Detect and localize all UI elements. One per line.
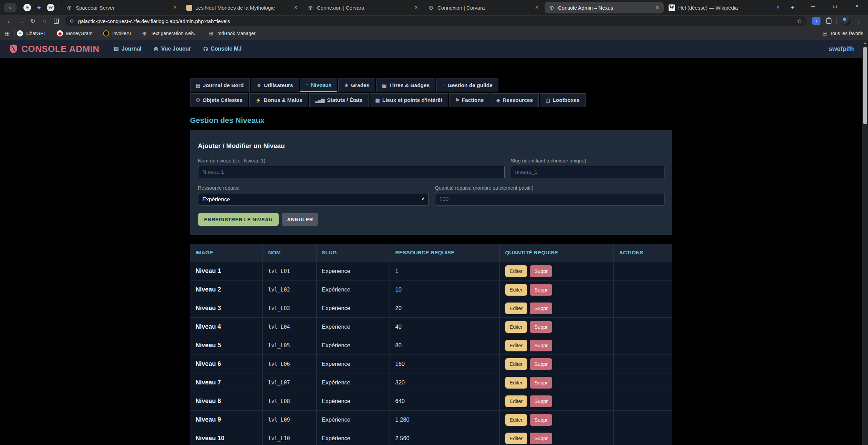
close-icon[interactable]: × xyxy=(172,4,178,11)
edit-button[interactable]: Editer xyxy=(505,358,527,370)
side-panel-icon[interactable] xyxy=(50,16,62,26)
bookmark-item[interactable]: ⊕ mdBook Manager xyxy=(208,30,256,36)
level-slug-cell: lvl_L07 xyxy=(262,373,316,392)
close-icon[interactable]: × xyxy=(293,4,299,11)
edit-button[interactable]: Editer xyxy=(505,284,527,296)
edit-button[interactable]: Editer xyxy=(505,303,527,314)
minimize-button[interactable]: ─ xyxy=(802,0,824,12)
browser-tab[interactable]: W Hel (déesse) — Wikipédia × xyxy=(665,2,784,13)
browser-menu-icon[interactable]: ⋮ xyxy=(853,18,865,25)
actions-empty-cell xyxy=(613,411,672,429)
new-tab-button[interactable]: + xyxy=(787,2,798,13)
cancel-button[interactable]: ANNULER xyxy=(282,213,318,226)
bookmark-item[interactable]: InvokeAI xyxy=(103,30,131,36)
actions-empty-cell xyxy=(613,299,672,317)
slug-input[interactable] xyxy=(511,166,664,178)
delete-button[interactable]: Suppr xyxy=(530,340,552,351)
browser-tab[interactable]: ⊕ Connexion | Corvara × xyxy=(303,2,423,13)
edit-button[interactable]: Editer xyxy=(505,395,527,407)
browser-tab[interactable]: ⊕ Console Admin – Nexus × xyxy=(545,2,664,13)
address-bar[interactable]: ⚙ galactic-pve-conquest-c7fe.dev.flatlog… xyxy=(65,16,807,26)
admin-tab[interactable]: ☻ Utilisateurs xyxy=(251,78,299,92)
admin-tab[interactable]: ◫ Lootboxes xyxy=(540,93,586,107)
edit-button[interactable]: Editer xyxy=(505,340,527,351)
edit-button[interactable]: Editer xyxy=(505,321,527,333)
actions-empty-cell xyxy=(613,373,672,392)
reload-icon[interactable]: ↻ xyxy=(27,16,39,26)
home-icon[interactable]: ⌂ xyxy=(39,16,50,26)
close-icon[interactable]: × xyxy=(534,4,540,11)
close-icon[interactable]: × xyxy=(654,4,660,11)
admin-tab[interactable]: ☉ Objets Célestes xyxy=(190,93,249,107)
delete-button[interactable]: Suppr xyxy=(530,303,552,314)
pinned-tab[interactable]: ✳ xyxy=(21,2,33,13)
extensions-puzzle-icon[interactable] xyxy=(826,18,831,24)
globe-icon: ⊕ xyxy=(427,4,434,11)
tab-search-button[interactable]: ∨ xyxy=(4,3,17,12)
quantity-input[interactable] xyxy=(435,193,664,205)
bookmark-item[interactable]: ✳ ChatGPT xyxy=(17,30,46,36)
admin-tab[interactable]: ▂▄▆ Statuts / États xyxy=(309,93,369,107)
close-icon[interactable]: × xyxy=(775,4,781,11)
bookmark-item[interactable]: ⊕ Text generation web... xyxy=(141,30,198,36)
delete-button[interactable]: Suppr xyxy=(530,433,552,444)
edit-button[interactable]: Editer xyxy=(505,377,527,389)
bookmark-item[interactable]: ◉ MoneyGram xyxy=(57,30,93,36)
site-settings-icon[interactable]: ⚙ xyxy=(70,18,74,24)
url-text[interactable]: galactic-pve-conquest-c7fe.dev.flatlogic… xyxy=(78,18,797,24)
admin-nav-link[interactable]: ☊ Console MJ xyxy=(203,46,241,52)
level-name-input[interactable] xyxy=(198,166,505,178)
admin-tab[interactable]: ⚡ Bonus & Malus xyxy=(249,93,308,107)
delete-button[interactable]: Suppr xyxy=(530,321,552,333)
admin-tab[interactable]: ≡ Niveaux xyxy=(300,78,338,92)
admin-tab[interactable]: ⚑ Factions xyxy=(449,93,489,107)
globe-icon: ⊕ xyxy=(208,30,214,36)
close-window-button[interactable]: × xyxy=(846,0,868,12)
profile-avatar[interactable] xyxy=(841,17,850,25)
brand[interactable]: CONSOLE ADMIN xyxy=(9,44,100,54)
pinned-tab[interactable]: ✦ xyxy=(33,2,45,13)
scroll-up-icon[interactable]: ▲ xyxy=(862,40,868,45)
admin-tab[interactable]: ▣ Titres & Badges xyxy=(376,78,435,92)
forward-icon[interactable]: → xyxy=(15,16,27,26)
delete-button[interactable]: Suppr xyxy=(530,358,552,370)
delete-button[interactable]: Suppr xyxy=(530,284,552,296)
scrollbar[interactable]: ▲ xyxy=(862,40,868,445)
edit-button[interactable]: Editer xyxy=(505,265,527,277)
username[interactable]: swefpifh xyxy=(829,45,854,53)
delete-button[interactable]: Suppr xyxy=(530,265,552,277)
browser-tab[interactable]: ⊕ Connexion | Corvara × xyxy=(424,2,543,13)
admin-tab-label: Journal de Bord xyxy=(203,82,244,88)
level-resource-cell: Expérience xyxy=(316,411,390,429)
resource-select[interactable]: Expérience xyxy=(198,193,429,205)
folder-icon: ⊟ xyxy=(822,30,827,37)
headset-icon: ☊ xyxy=(203,46,208,52)
delete-button[interactable]: Suppr xyxy=(530,414,552,426)
admin-tab[interactable]: ⌂ Gestion de guilde xyxy=(436,78,498,92)
maximize-button[interactable]: □ xyxy=(824,0,846,12)
back-icon[interactable]: ← xyxy=(3,16,15,26)
browser-tab[interactable]: ⊕ Spacebar Server × xyxy=(62,2,182,13)
admin-tab[interactable]: ▤ Journal de Bord xyxy=(190,78,250,92)
bookmark-star-icon[interactable]: ☆ xyxy=(797,18,802,25)
all-bookmarks-button[interactable]: ⊟ Tous les favoris xyxy=(815,30,863,37)
admin-tab[interactable]: ⚜ Grades xyxy=(338,78,375,92)
scrollbar-thumb[interactable] xyxy=(863,47,867,124)
delete-button[interactable]: Suppr xyxy=(530,377,552,389)
level-quantity-cell: 320 xyxy=(390,373,499,392)
extension-icon[interactable]: › xyxy=(812,17,820,25)
close-icon[interactable]: × xyxy=(413,4,419,11)
delete-button[interactable]: Suppr xyxy=(530,395,552,407)
admin-tab[interactable]: ◆ Ressources xyxy=(490,93,539,107)
admin-nav-link[interactable]: ▤ Journal xyxy=(114,46,142,52)
apps-grid-icon[interactable]: ⊞ xyxy=(5,30,10,37)
save-level-button[interactable]: ENREGISTRER LE NIVEAU xyxy=(198,213,279,226)
edit-button[interactable]: Editer xyxy=(505,433,527,444)
admin-tab[interactable]: ▦ Lieux et points d'intérêt xyxy=(370,93,448,107)
browser-tab[interactable]: Les Neuf Mondes de la Mythologie × xyxy=(183,2,302,13)
level-resource-cell: Expérience xyxy=(316,392,390,410)
pinned-tab[interactable]: W xyxy=(45,2,56,13)
edit-button[interactable]: Editer xyxy=(505,414,527,426)
admin-nav-link[interactable]: ◎ Vue Joueur xyxy=(154,46,191,52)
globe-icon: ⊕ xyxy=(66,4,73,11)
